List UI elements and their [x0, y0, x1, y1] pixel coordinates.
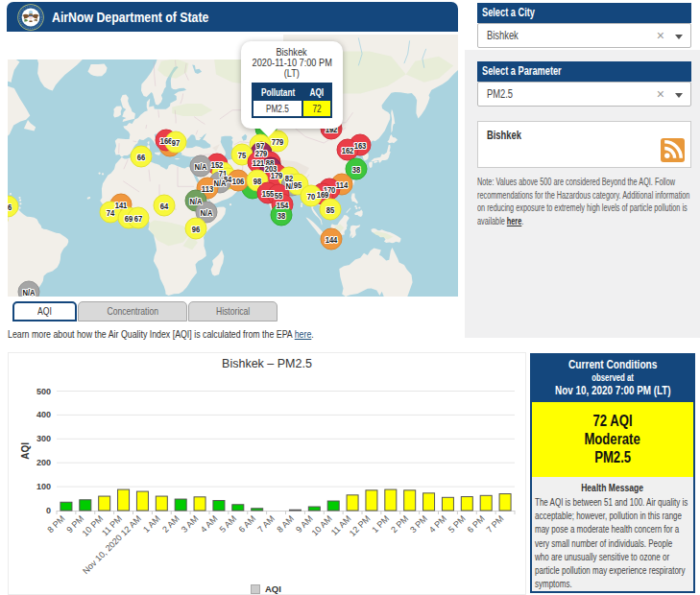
parameter-select[interactable]: PM2.5 × — [477, 82, 691, 107]
aqi-bar-6-am[interactable] — [252, 509, 263, 511]
legend-swatch-icon — [251, 584, 260, 594]
view-tabs: AQIConcentrationHistorical — [12, 301, 278, 321]
x-tick-label: 4 AM — [199, 513, 220, 535]
map-marker-labels-layer: 1921667799797163162279756612188152N/A203… — [8, 35, 458, 297]
x-tick-label: 7 PM — [485, 513, 506, 535]
map-popup: Bishkek 2020-11-10 7:00 PM (LT) Pollutan… — [241, 41, 343, 129]
rss-icon[interactable] — [661, 138, 685, 162]
aqi-marker-value: 38 — [352, 164, 360, 175]
aqi-marker-value: 74 — [107, 207, 114, 218]
x-tick-label: 10 AM — [309, 513, 333, 537]
aqi-marker-value: 162 — [342, 145, 354, 155]
note-text: Note: Values above 500 are considered Be… — [477, 176, 693, 228]
aqi-bar-1-pm[interactable] — [385, 489, 397, 511]
aqi-marker-value: N/A — [200, 207, 212, 218]
city-select[interactable]: Bishkek × — [477, 23, 691, 48]
x-tick-label: 2 AM — [160, 513, 181, 535]
tab-historical[interactable]: Historical — [188, 301, 278, 321]
aqi-bar-2-pm[interactable] — [404, 490, 416, 511]
aqi-bar-10-pm[interactable] — [99, 496, 110, 511]
chart-title: Bishkek – PM2.5 — [9, 357, 525, 370]
x-tick-label: 3 PM — [408, 513, 429, 535]
aqi-marker-value: 38 — [278, 210, 285, 221]
aqi-bar-nov-10-2020-12-am[interactable] — [136, 491, 148, 511]
aqi-marker-value: 179 — [271, 170, 283, 180]
aqi-bar-11-pm[interactable] — [118, 489, 130, 511]
app-header: AirNow Department of State — [7, 2, 458, 32]
aqi-marker-value: 141 — [115, 200, 128, 210]
popup-table: Pollutant AQI PM2.5 72 — [252, 83, 332, 118]
tab-concentration[interactable]: Concentration — [78, 301, 187, 321]
aqi-marker-value: 85 — [326, 204, 334, 215]
cc-datetime: Nov 10, 2020 7:00 PM (LT) — [532, 384, 693, 397]
world-aqi-map[interactable]: 1921667799797163162279756612188152N/A203… — [8, 35, 458, 297]
x-tick-label: 2 PM — [389, 513, 410, 535]
aqi-bar-9-pm[interactable] — [80, 500, 91, 511]
x-tick-label: 5 AM — [218, 513, 239, 535]
x-tick-label: 1 AM — [141, 513, 162, 535]
note-here-link[interactable]: here — [507, 216, 521, 226]
aqi-marker-value: 97 — [172, 137, 180, 148]
y-tick-label: 100 — [36, 482, 51, 491]
tab-aqi[interactable]: AQI — [12, 301, 77, 321]
x-tick-label: 10 PM — [81, 513, 105, 537]
aqi-marker-value: 96 — [192, 224, 200, 234]
dos-seal-logo-icon — [17, 4, 44, 31]
aqi-marker-value: 69 — [125, 213, 133, 224]
y-tick-label: 200 — [36, 458, 51, 467]
aqi-marker-value: 56 — [8, 202, 12, 212]
aqi-bar-8-am[interactable] — [289, 510, 301, 511]
aqi-bar-chart: 0100200300400500AQI8 PM9 PM10 PM11 PMNov… — [9, 353, 525, 594]
aqi-marker-value: 114 — [336, 179, 348, 190]
cc-aqi-value: 72 AQI — [532, 412, 693, 430]
aqi-bar-1-am[interactable] — [156, 496, 167, 511]
app-title: AirNow Department of State — [52, 9, 208, 25]
aqi-bar-5-am[interactable] — [232, 505, 244, 511]
parameter-caret-icon[interactable] — [675, 93, 683, 98]
city-caret-icon[interactable] — [675, 35, 683, 39]
aqi-marker-value: 163 — [354, 140, 367, 151]
aqi-bar-4-am[interactable] — [213, 501, 225, 511]
y-axis-title: AQI — [20, 442, 31, 460]
aqi-bar-9-am[interactable] — [308, 507, 320, 511]
popup-col-aqi: AQI — [302, 83, 331, 100]
y-tick-label: 0 — [46, 506, 51, 515]
aqi-bar-10-am[interactable] — [327, 501, 339, 511]
select-parameter-header: Select a Parameter — [477, 61, 691, 82]
airnow-dos-page: AirNow Department of State 1921667799797… — [0, 0, 700, 595]
epa-here-link[interactable]: here — [295, 328, 312, 340]
cc-aqi-block: 72 AQI Moderate PM2.5 — [532, 402, 693, 477]
city-select-value: Bishkek — [487, 24, 519, 47]
x-tick-label: 4 PM — [427, 513, 448, 535]
cc-aqi-category: Moderate — [532, 430, 693, 448]
cc-title: Current Conditions — [532, 358, 693, 371]
aqi-bar-3-pm[interactable] — [423, 493, 435, 511]
city-clear-icon[interactable]: × — [657, 24, 664, 47]
aqi-bar-7-pm[interactable] — [499, 494, 511, 511]
chart-legend[interactable]: AQI — [251, 583, 281, 594]
aqi-marker-value: N/A — [194, 161, 206, 172]
cc-health-message-title: Health Message — [532, 482, 693, 493]
x-tick-label: 12 PM — [348, 513, 372, 537]
rss-feed-box: Bishkek — [477, 121, 691, 168]
aqi-bar-3-am[interactable] — [194, 497, 205, 511]
x-tick-label: 8 AM — [275, 513, 296, 535]
aqi-bar-2-am[interactable] — [175, 499, 186, 511]
y-tick-label: 500 — [36, 387, 51, 396]
parameter-clear-icon[interactable]: × — [657, 83, 664, 106]
aqi-bar-5-pm[interactable] — [461, 497, 472, 511]
rss-city-label: Bishkek — [487, 129, 521, 142]
current-conditions-panel: Current Conditions observed at Nov 10, 2… — [530, 353, 695, 593]
aqi-marker-value: N/A — [213, 178, 226, 188]
aqi-bar-4-pm[interactable] — [442, 497, 453, 511]
y-tick-label: 300 — [36, 434, 51, 443]
aqi-bar-11-am[interactable] — [347, 495, 358, 511]
aqi-bar-8-pm[interactable] — [60, 502, 72, 511]
aqi-marker-value: 113 — [202, 183, 213, 194]
popup-lt: (LT) — [241, 69, 343, 80]
aqi-marker-value: N/A — [189, 196, 202, 206]
aqi-bar-6-pm[interactable] — [480, 495, 492, 511]
aqi-bar-12-pm[interactable] — [366, 490, 377, 511]
x-tick-label: 6 PM — [466, 513, 487, 535]
legend-label: AQI — [265, 583, 281, 594]
